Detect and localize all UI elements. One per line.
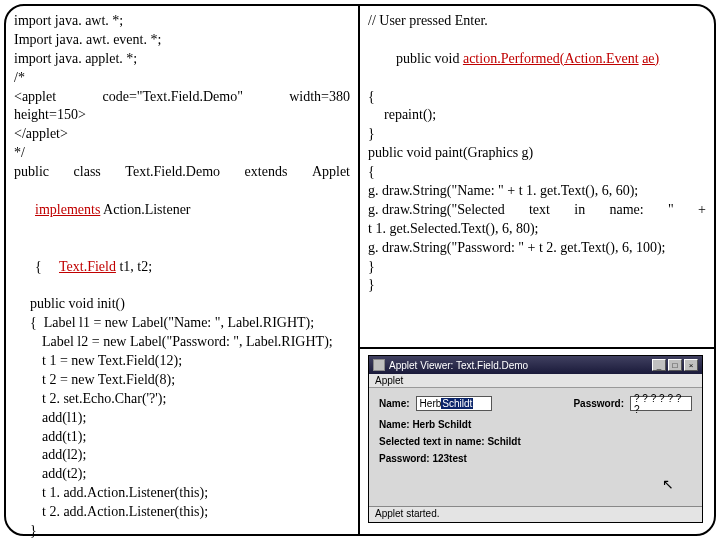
code-line: } [14,522,350,540]
status-bar: Applet started. [369,506,702,522]
code-token: extends [245,163,288,182]
titlebar: Applet Viewer: Text.Field.Demo _ □ × [369,356,702,374]
code-line: // User pressed Enter. [368,12,706,31]
form-row: Name: Herb Schildt Password: ? ? ? ? ? ?… [379,396,692,411]
code-line: </applet> [14,125,350,144]
code-line: g. draw.String("Selected text in name: "… [368,201,706,220]
left-code-panel: import java. awt. *; Import java. awt. e… [6,6,360,534]
code-line: t 1. add.Action.Listener(this); [14,484,350,503]
code-line: } [368,125,706,144]
menu-bar[interactable]: Applet [369,374,702,388]
window-title: Applet Viewer: Text.Field.Demo [389,360,528,371]
code-token-keyword: implements [35,202,100,217]
code-line: t 1 = new Text.Field(12); [14,352,350,371]
applet-screenshot-panel: Applet Viewer: Text.Field.Demo _ □ × App… [360,349,714,534]
code-token: public void [396,51,463,66]
cursor-icon: ↖ [662,476,674,492]
code-token: g. draw.String("Selected [368,201,505,220]
name-input[interactable]: Herb Schildt [416,396,492,411]
code-token: " [668,201,674,220]
code-line: g. draw.String("Name: " + t 1. get.Text(… [368,182,706,201]
code-line: add(t1); [14,428,350,447]
name-input-selection: Schildt [441,398,473,409]
password-label: Password: [573,398,624,409]
code-token: t1, t2; [116,259,152,274]
code-token: name: [609,201,643,220]
close-button[interactable]: × [684,359,698,371]
code-token: Text.Field.Demo [125,163,220,182]
code-token: public [14,163,49,182]
applet-window: Applet Viewer: Text.Field.Demo _ □ × App… [368,355,703,523]
code-token: Applet [312,163,350,182]
code-token: in [574,201,585,220]
code-line: <applet code="Text.Field.Demo" width=380 [14,88,350,107]
code-token: class [74,163,101,182]
password-input[interactable]: ? ? ? ? ? ? ? [630,396,692,411]
code-line: t 1. get.Selected.Text(), 6, 80); [368,220,706,239]
code-line: public void init() [14,295,350,314]
code-line: height=150> [14,106,350,125]
code-line: g. draw.String("Password: " + t 2. get.T… [368,239,706,258]
password-input-text: ? ? ? ? ? ? ? [634,393,688,415]
applet-body: Name: Herb Schildt Password: ? ? ? ? ? ?… [369,388,702,506]
code-token-param: ae) [642,51,659,66]
code-line: import java. awt. *; [14,12,350,31]
code-line: public class Text.Field.Demo extends App… [14,163,350,182]
code-token: text [529,201,550,220]
code-token: Action.Listener [100,202,190,217]
code-line: public void action.Performed(Action.Even… [368,31,706,88]
code-line: t 2. add.Action.Listener(this); [14,503,350,522]
code-line: */ [14,144,350,163]
code-line: t 2. set.Echo.Char('?'); [14,390,350,409]
output-password: Password: 123test [379,453,692,464]
code-line: } [368,276,706,295]
slide-frame: import java. awt. *; Import java. awt. e… [4,4,716,536]
name-label: Name: [379,398,410,409]
code-line: public void paint(Graphics g) [368,144,706,163]
name-input-text: Herb [420,398,442,409]
code-token-method: action.Performed(Action.Event [463,51,639,66]
right-code-panel: // User pressed Enter. public void actio… [360,6,714,349]
code-line: { [368,88,706,107]
code-line: add(t2); [14,465,350,484]
code-line: Import java. awt. event. *; [14,31,350,50]
right-column: // User pressed Enter. public void actio… [360,6,714,534]
minimize-button[interactable]: _ [652,359,666,371]
code-line: repaint(); [368,106,706,125]
code-line: { Label l1 = new Label("Name: ", Label.R… [14,314,350,333]
code-line: Label l2 = new Label("Password: ", Label… [14,333,350,352]
output-name: Name: Herb Schildt [379,419,692,430]
code-line: add(l1); [14,409,350,428]
code-line: { Text.Field t1, t2; [14,239,350,296]
code-token-type: Text.Field [59,259,116,274]
app-icon [373,359,385,371]
code-token: <applet [14,88,56,107]
code-line: } [368,258,706,277]
code-token: + [698,201,706,220]
code-token: { [35,259,42,274]
code-token: code="Text.Field.Demo" [102,88,242,107]
code-line: import java. applet. *; [14,50,350,69]
maximize-button[interactable]: □ [668,359,682,371]
output-selected: Selected text in name: Schildt [379,436,692,447]
code-line: add(l2); [14,446,350,465]
code-token: width=380 [289,88,350,107]
code-line: t 2 = new Text.Field(8); [14,371,350,390]
code-line: { [368,163,706,182]
code-line: /* [14,69,350,88]
code-line: implements Action.Listener [14,182,350,239]
